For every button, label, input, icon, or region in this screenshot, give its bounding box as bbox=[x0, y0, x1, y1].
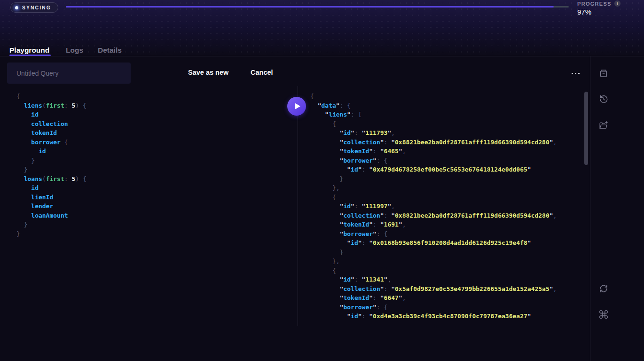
more-options-button[interactable] bbox=[567, 68, 583, 79]
query-editor-panel[interactable]: { liens(first: 5) { id collection tokenI… bbox=[0, 86, 298, 326]
docs-icon[interactable] bbox=[595, 65, 612, 82]
sync-status-label: SYNCING bbox=[22, 5, 51, 10]
sync-progress-bar bbox=[66, 6, 569, 8]
history-icon[interactable] bbox=[595, 91, 612, 108]
response-scrollbar-thumb[interactable] bbox=[584, 92, 588, 165]
tabs-divider bbox=[0, 56, 644, 56]
cancel-button[interactable]: Cancel bbox=[251, 69, 273, 76]
progress-value: 97% bbox=[577, 8, 620, 16]
progress-label: PROGRESS bbox=[577, 1, 612, 7]
sync-status-badge: SYNCING bbox=[10, 2, 58, 13]
response-json: { "data": { "liens": [ { "id": "111793",… bbox=[310, 92, 557, 321]
response-panel[interactable]: { "data": { "liens": [ { "id": "111793",… bbox=[298, 86, 584, 326]
header-band bbox=[0, 0, 644, 56]
play-icon bbox=[295, 103, 300, 110]
query-name-input[interactable] bbox=[7, 63, 131, 84]
refresh-icon[interactable] bbox=[595, 280, 612, 297]
save-as-new-button[interactable]: Save as new bbox=[188, 69, 228, 76]
query-code[interactable]: { liens(first: 5) { id collection tokenI… bbox=[16, 92, 86, 238]
tab-playground[interactable]: Playground bbox=[9, 46, 49, 55]
run-query-button[interactable] bbox=[287, 97, 306, 116]
tab-logs[interactable]: Logs bbox=[66, 46, 83, 55]
sync-status-dot-icon bbox=[15, 6, 18, 9]
new-folder-icon[interactable] bbox=[595, 117, 612, 134]
sync-progress-fill bbox=[66, 6, 554, 8]
info-icon[interactable]: i bbox=[614, 0, 620, 7]
shortcuts-icon[interactable] bbox=[595, 306, 612, 323]
sidebar-divider bbox=[590, 56, 590, 361]
tab-details[interactable]: Details bbox=[98, 46, 122, 55]
